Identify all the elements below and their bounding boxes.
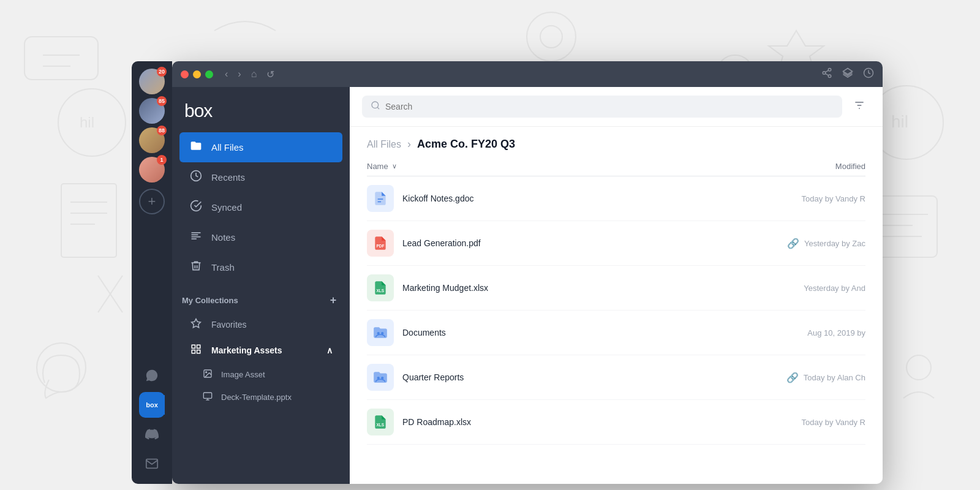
window-body: box All Files [172, 87, 883, 484]
xlsx-roadmap-icon: XLS [367, 409, 394, 435]
favorites-label: Favorites [211, 320, 247, 330]
column-name-header[interactable]: Name ∨ [367, 162, 731, 171]
gdoc-file-icon [367, 185, 394, 212]
breadcrumb-current: Acme Co. FY20 Q3 [417, 138, 515, 151]
pdf-file-icon: PDF [367, 230, 394, 257]
main-window: ‹ › ⌂ ↺ [172, 61, 883, 484]
notification-badge-1: 20 [157, 67, 167, 77]
svg-text:hil: hil [891, 112, 908, 131]
svg-point-48 [372, 102, 379, 108]
whatsapp-icon[interactable] [139, 363, 165, 388]
add-collection-button[interactable]: + [326, 293, 340, 307]
table-row[interactable]: PDF Lead Generation.pdf 🔗 Yesterday by Z… [367, 221, 865, 266]
deck-template-label: Deck-Template.pptx [221, 393, 292, 402]
maximize-button[interactable] [205, 70, 213, 78]
sidebar-header: box [172, 87, 350, 132]
search-input-wrap[interactable] [362, 96, 842, 118]
presentation-icon [202, 391, 214, 403]
discord-icon[interactable] [139, 421, 165, 447]
file-name: Quarter Reports [402, 372, 731, 382]
sidebar-item-notes[interactable]: Notes [179, 222, 342, 252]
sort-icon: ∨ [392, 162, 397, 170]
table-row[interactable]: Quarter Reports 🔗 Today by Alan Ch [367, 355, 865, 400]
sidebar-item-image-asset[interactable]: Image Asset [179, 363, 342, 386]
file-modified: Yesterday by And [731, 284, 865, 293]
sidebar-item-recents[interactable]: Recents [179, 162, 342, 192]
sidebar-item-favorites[interactable]: Favorites [179, 312, 342, 337]
avatar-user-3[interactable]: 88 [139, 127, 165, 153]
xlsx-file-icon: XLS [367, 274, 394, 301]
table-row[interactable]: Documents Aug 10, 2019 by [367, 311, 865, 355]
sidebar-item-deck-template[interactable]: Deck-Template.pptx [179, 386, 342, 409]
refresh-button[interactable]: ↺ [263, 67, 277, 82]
marketing-assets-label: Marketing Assets [211, 345, 282, 355]
table-row[interactable]: XLS Marketing Mudget.xlsx Yesterday by A… [367, 266, 865, 311]
sidebar-item-all-files[interactable]: All Files [179, 132, 342, 162]
avatar-user-2[interactable]: 85 [139, 98, 165, 124]
minimize-button[interactable] [193, 70, 201, 78]
svg-line-49 [377, 107, 379, 109]
sidebar-navigation: All Files Recents [172, 132, 350, 282]
all-files-label: All Files [211, 142, 244, 153]
breadcrumb-separator: › [407, 138, 411, 151]
app-dock: 20 85 88 1 + box [132, 61, 172, 484]
file-modified: Aug 10, 2019 by [731, 328, 865, 337]
folder-shared-icon [367, 364, 394, 391]
avatar-user-1[interactable]: 20 [139, 69, 165, 94]
collections-header: My Collections + [172, 282, 350, 312]
file-modified: 🔗 Yesterday by Zac [731, 238, 865, 249]
svg-rect-41 [192, 350, 195, 353]
file-modified: Today by Vandy R [731, 418, 865, 427]
history-icon[interactable] [863, 67, 874, 81]
sync-check-icon [189, 200, 203, 215]
layers-icon[interactable] [842, 67, 853, 81]
svg-line-30 [825, 70, 828, 72]
breadcrumb-parent[interactable]: All Files [367, 139, 401, 150]
notes-icon [189, 230, 203, 245]
svg-point-14 [907, 355, 931, 380]
box-app-icon[interactable]: box [139, 392, 165, 418]
collections-nav: Favorites Marketing Assets ∧ [172, 312, 350, 409]
home-button[interactable]: ⌂ [248, 67, 260, 81]
share-icon[interactable] [821, 67, 832, 81]
notes-label: Notes [211, 232, 235, 243]
shared-icon: 🔗 [787, 238, 799, 249]
forward-button[interactable]: › [235, 67, 244, 81]
table-header: Name ∨ Modified [367, 157, 865, 176]
main-content: All Files › Acme Co. FY20 Q3 Name ∨ Modi… [350, 87, 883, 484]
titlebar: ‹ › ⌂ ↺ [172, 61, 883, 87]
recents-label: Recents [211, 172, 245, 183]
svg-point-28 [828, 75, 831, 78]
sidebar-item-marketing-assets[interactable]: Marketing Assets ∧ [179, 337, 342, 363]
active-indicator [163, 395, 165, 415]
add-account-button[interactable]: + [139, 189, 165, 214]
search-icon [371, 100, 380, 113]
chevron-up-icon: ∧ [326, 345, 333, 355]
sidebar-item-synced[interactable]: Synced [179, 192, 342, 222]
table-row[interactable]: XLS PD Roadmap.xlsx Today by Vandy R [367, 400, 865, 445]
svg-point-12 [540, 26, 562, 48]
search-input[interactable] [385, 102, 834, 111]
window-controls [181, 70, 213, 78]
svg-point-44 [206, 372, 207, 373]
column-modified-header: Modified [731, 162, 865, 171]
filter-button[interactable] [848, 97, 870, 117]
svg-text:XLS: XLS [377, 423, 385, 427]
table-row[interactable]: Kickoff Notes.gdoc Today by Vandy R [367, 176, 865, 221]
collections-title: My Collections [182, 296, 238, 305]
shared-link-icon: 🔗 [786, 372, 799, 383]
svg-rect-40 [197, 345, 200, 348]
file-name: Lead Generation.pdf [402, 238, 731, 248]
notification-badge-3: 88 [157, 126, 167, 135]
file-name: Kickoff Notes.gdoc [402, 194, 731, 203]
avatar-user-4[interactable]: 1 [139, 157, 165, 183]
sidebar-item-trash[interactable]: Trash [179, 252, 342, 282]
image-asset-icon [202, 369, 214, 380]
notification-badge-2: 85 [157, 96, 167, 106]
back-button[interactable]: ‹ [222, 67, 231, 81]
mail-icon[interactable] [139, 451, 165, 477]
star-icon [189, 318, 203, 331]
svg-rect-45 [203, 393, 211, 398]
file-name: Documents [402, 328, 731, 337]
close-button[interactable] [181, 70, 189, 78]
